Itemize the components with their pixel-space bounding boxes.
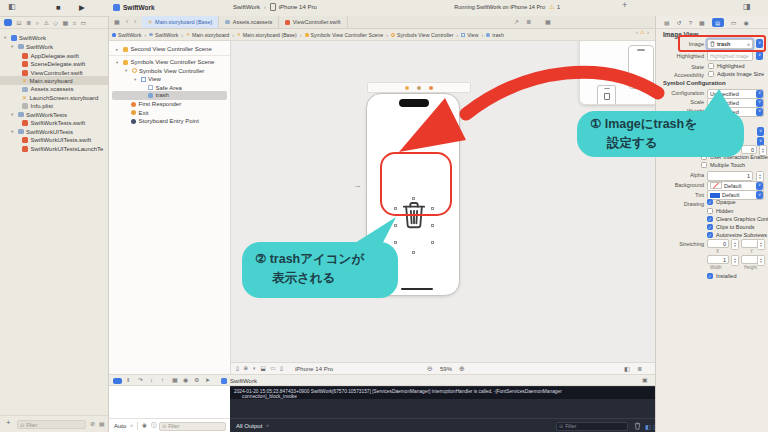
environment-overrides-icon[interactable]: ⚙ xyxy=(194,377,199,383)
canvas-device-button[interactable]: iPhone 14 Pro xyxy=(295,366,333,372)
breakpoints-toggle[interactable] xyxy=(113,378,122,384)
library-plus-button[interactable]: + xyxy=(622,1,627,10)
variables-filter-field[interactable]: ⊙ Filter xyxy=(159,422,226,431)
dynamic-type-icon[interactable]: ⬓ xyxy=(260,366,265,372)
highlighted-dropdown-button[interactable]: ˅ xyxy=(756,51,763,60)
exit-dock-icon[interactable] xyxy=(429,86,433,90)
history-inspector-tab[interactable]: ↺ xyxy=(677,20,682,26)
zoom-out-icon[interactable]: ⊖ xyxy=(427,365,433,372)
stretching-x-stepper[interactable]: ▲▼ xyxy=(731,239,739,250)
step-over-icon[interactable]: ↷ xyxy=(138,377,143,383)
popup-button[interactable]: ˅ xyxy=(756,191,763,199)
outline-row-view[interactable]: ▾ View xyxy=(134,75,161,83)
file-inspector-tab[interactable]: ▤ xyxy=(664,20,670,26)
run-button[interactable]: ▶ xyxy=(79,3,85,12)
debug-console[interactable]: 2024-01-20 15:05:23.847433+0900 SwiftWor… xyxy=(230,386,655,432)
console-filter-field[interactable]: ⊙ Filter xyxy=(556,422,628,431)
traits-icon[interactable]: ▭ xyxy=(270,366,275,372)
adjusts-image-size-checkbox[interactable] xyxy=(708,71,714,77)
view-hierarchy-icon[interactable]: ▦ xyxy=(172,377,178,383)
clears-graphics-context-checkbox[interactable]: ✓ xyxy=(707,216,713,222)
pause-button[interactable]: ‖ xyxy=(127,377,129,383)
show-only-icon[interactable]: ◉ xyxy=(142,423,147,429)
disclosure-icon[interactable]: ▸ xyxy=(116,47,120,52)
symbol-navigator-tab[interactable]: ≣ xyxy=(26,20,31,26)
output-scope-button[interactable]: All Output xyxy=(236,423,262,429)
orientation-icon[interactable]: ⊕ xyxy=(244,366,249,372)
add-file-button[interactable]: + xyxy=(6,419,11,427)
memory-graph-icon[interactable]: ◉ xyxy=(183,377,188,383)
highlighted-checkbox[interactable] xyxy=(708,63,714,69)
breakpoint-navigator-tab[interactable]: ⌗ xyxy=(73,20,76,26)
variables-pane-toggle-icon[interactable]: ◧ xyxy=(645,423,651,430)
identity-inspector-tab[interactable]: ▦ xyxy=(699,20,705,26)
outline-row-scene[interactable]: ▾ Symbols View Controller Scene xyxy=(116,58,214,66)
inspector-toggle-icon[interactable]: ◨ xyxy=(743,3,751,11)
outline-row-entry-point[interactable]: Storyboard Entry Point xyxy=(131,117,199,125)
forward-button[interactable]: › xyxy=(134,18,136,25)
outline-row-first-responder[interactable]: First Responder xyxy=(131,100,181,108)
device-icon[interactable]: ▯ xyxy=(280,366,283,372)
clips-to-bounds-checkbox[interactable]: ✓ xyxy=(707,224,713,230)
warning-count[interactable]: 1 xyxy=(557,4,560,10)
selection-handle[interactable] xyxy=(412,251,415,254)
related-items-icon[interactable]: ▦ xyxy=(114,19,120,25)
selection-handle[interactable] xyxy=(431,241,434,244)
canvas-minimap[interactable] xyxy=(579,41,655,105)
stretching-width-field[interactable]: 1 xyxy=(707,255,729,264)
minimap-toggle-icon[interactable]: ◧ xyxy=(624,366,630,372)
popup-button[interactable]: ˅ xyxy=(756,90,763,98)
selection-handle[interactable] xyxy=(394,241,397,244)
installed-checkbox[interactable]: ✓ xyxy=(707,273,713,279)
clear-console-icon[interactable] xyxy=(634,422,641,430)
selection-handle[interactable] xyxy=(431,224,434,227)
outline-row-trash[interactable]: trash xyxy=(148,91,169,99)
disclosure-icon[interactable]: ▾ xyxy=(134,77,138,82)
jumpbar-item[interactable]: SwiftWork xyxy=(118,32,141,38)
step-out-icon[interactable]: ↑ xyxy=(161,377,164,383)
connections-inspector-tab[interactable]: ◉ xyxy=(743,20,748,26)
jump-bar[interactable]: SwiftWork › SwiftWork › ✕ Main.storyboar… xyxy=(112,29,632,40)
back-button[interactable]: ‹ xyxy=(126,18,128,25)
previous-issue-icon[interactable]: ‹ xyxy=(636,29,638,35)
variables-scope-button[interactable]: Auto xyxy=(114,423,126,429)
process-name[interactable]: SwiftWork xyxy=(230,378,257,384)
jumpbar-item[interactable]: Symbols View Controller xyxy=(397,32,453,38)
jumpbar-item[interactable]: View xyxy=(467,32,478,38)
disclosure-icon[interactable]: ▾ xyxy=(11,129,15,134)
outline-row-exit[interactable]: Exit xyxy=(131,109,149,117)
jumpbar-item[interactable]: SwiftWork xyxy=(155,32,178,38)
appearance-icon[interactable]: ◐ xyxy=(253,366,256,372)
zoom-level[interactable]: 59% xyxy=(440,366,452,372)
autoresize-subviews-checkbox[interactable]: ✓ xyxy=(707,232,713,238)
popup-button[interactable]: ˅ xyxy=(756,108,763,116)
size-inspector-tab[interactable]: ▭ xyxy=(731,20,737,26)
warning-icon[interactable]: ⚠ xyxy=(549,3,554,10)
disclosure-icon[interactable]: ▾ xyxy=(11,44,15,49)
canvas-options-icon[interactable]: ≣ xyxy=(637,366,642,372)
stretching-width-stepper[interactable]: ▲▼ xyxy=(731,255,739,266)
test-navigator-tab[interactable]: ◇ xyxy=(53,20,58,26)
jumpbar-item[interactable]: Symbols View Controller Scene xyxy=(311,32,384,38)
console-toggle-icon[interactable]: ▣ xyxy=(642,377,648,383)
console-log-entry[interactable]: 2024-01-20 15:05:23.847433+0900 SwiftWor… xyxy=(230,387,655,399)
editor-tab-assets[interactable]: Assets.xcassets xyxy=(219,16,279,28)
quick-help-inspector-tab[interactable]: ? xyxy=(689,20,692,26)
hidden-row-popup-button[interactable]: ˅ xyxy=(757,127,764,136)
step-into-icon[interactable]: ↓ xyxy=(150,377,153,383)
navigator-filter-field[interactable]: ⊙ Filter xyxy=(17,420,86,429)
debug-navigator-tab[interactable]: ▦ xyxy=(62,20,68,26)
editor-tab-main-storyboard[interactable]: ✕ Main.storyboard (Base) xyxy=(142,16,219,28)
popup-button[interactable]: ˅ xyxy=(756,99,763,107)
disclosure-icon[interactable]: ▾ xyxy=(4,35,8,40)
add-editor-icon[interactable]: ▦ xyxy=(545,19,551,25)
issue-navigator-tab[interactable]: ⚠ xyxy=(43,19,48,26)
disclosure-icon[interactable]: ▾ xyxy=(11,112,15,117)
navigator-row-project[interactable]: ▾ SwiftWork xyxy=(0,33,112,42)
sourcecontrol-navigator-tab[interactable]: ⊡ xyxy=(17,20,22,26)
multiple-touch-checkbox[interactable] xyxy=(701,162,707,168)
attributes-inspector-tab[interactable]: ▤ xyxy=(712,18,724,27)
entry-point-arrow-icon[interactable]: → xyxy=(353,180,362,190)
jumpbar-item[interactable]: Main.storyboard (Base) xyxy=(243,32,297,38)
report-navigator-tab[interactable]: ▭ xyxy=(81,20,87,26)
